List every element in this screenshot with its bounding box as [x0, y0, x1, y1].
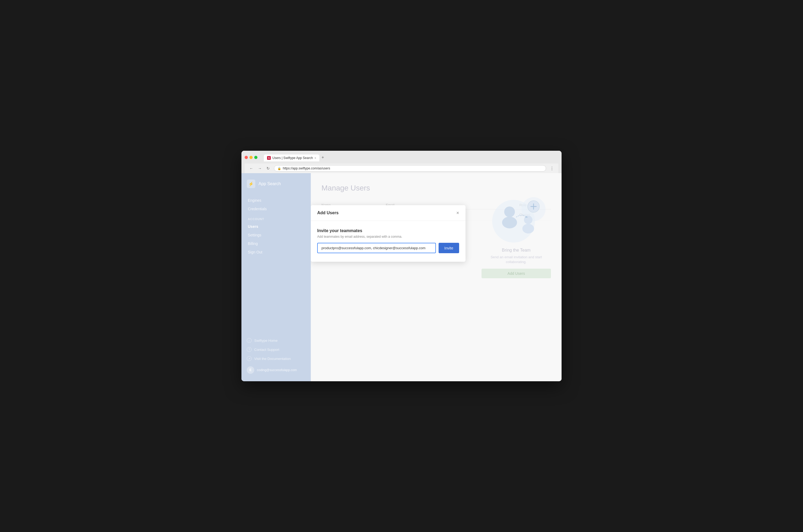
forward-button[interactable]: →	[256, 166, 263, 171]
sidebar-nav: Engines Credentials ACCOUNT Users Settin…	[242, 193, 311, 331]
modal-header: Add Users ×	[311, 205, 465, 221]
browser-titlebar: S Users | Swiftype App Search × +	[245, 153, 558, 162]
sidebar-documentation[interactable]: ↗ Visit the Documentation	[242, 354, 311, 363]
user-account: E coding@successfulapp.com	[242, 363, 311, 377]
account-section-label: ACCOUNT	[242, 213, 311, 222]
tab-title: Users | Swiftype App Search	[272, 156, 313, 160]
modal-title: Add Users	[317, 210, 339, 215]
address-bar[interactable]: 🔒 https://app.swiftype.com/as/users	[274, 165, 546, 172]
url-text: https://app.swiftype.com/as/users	[283, 167, 330, 170]
sidebar-item-signout[interactable]: Sign Out	[242, 248, 311, 256]
tab-favicon: S	[267, 156, 271, 160]
sidebar-swiftype-home[interactable]: ⌂ Swiftype Home	[242, 336, 311, 345]
sidebar-item-users[interactable]: Users	[242, 222, 311, 231]
main-content: Manage Users Name Email Role Edris Milkb…	[311, 173, 561, 381]
sidebar-item-engines[interactable]: Engines	[242, 196, 311, 205]
invite-button[interactable]: Invite	[439, 243, 459, 253]
modal-overlay: Add Users × Invite your teammates Add te…	[311, 173, 561, 381]
sidebar: ⚡ App Search Engines Credentials ACCOUNT…	[242, 173, 311, 381]
modal-section-desc: Add teammates by email address, separate…	[317, 235, 459, 239]
docs-icon: ↗	[247, 356, 252, 361]
browser-window: S Users | Swiftype App Search × + ← → ↻ …	[242, 151, 561, 381]
maximize-traffic-light[interactable]	[254, 156, 257, 159]
lock-icon: 🔒	[278, 167, 281, 170]
tab-close-button[interactable]: ×	[314, 156, 316, 159]
browser-menu-button[interactable]: ⋮	[549, 166, 555, 171]
sidebar-logo: ⚡	[247, 179, 255, 188]
reload-button[interactable]: ↻	[265, 166, 271, 171]
modal-section-title: Invite your teammates	[317, 228, 459, 233]
email-input[interactable]	[317, 243, 436, 253]
sidebar-header: ⚡ App Search	[242, 173, 311, 193]
home-icon: ⌂	[247, 338, 252, 343]
nav-buttons: ← → ↻	[248, 166, 271, 171]
sidebar-footer: ⌂ Swiftype Home ? Contact Support ↗ Visi…	[242, 331, 311, 381]
support-icon: ?	[247, 347, 252, 352]
back-button[interactable]: ←	[248, 166, 255, 171]
user-avatar: E	[247, 366, 254, 374]
address-bar-row: ← → ↻ 🔒 https://app.swiftype.com/as/user…	[245, 164, 558, 173]
add-users-modal: Add Users × Invite your teammates Add te…	[311, 205, 465, 262]
email-input-row: Invite	[317, 243, 459, 253]
sidebar-item-billing[interactable]: Billing	[242, 239, 311, 248]
new-tab-button[interactable]: +	[319, 153, 326, 162]
minimize-traffic-light[interactable]	[249, 156, 253, 159]
sidebar-item-credentials[interactable]: Credentials	[242, 205, 311, 213]
sidebar-item-settings[interactable]: Settings	[242, 231, 311, 239]
app-layout: ⚡ App Search Engines Credentials ACCOUNT…	[242, 173, 561, 381]
active-tab[interactable]: S Users | Swiftype App Search ×	[264, 154, 319, 162]
modal-body: Invite your teammates Add teammates by e…	[311, 221, 465, 262]
traffic-lights	[245, 156, 257, 159]
close-traffic-light[interactable]	[245, 156, 248, 159]
browser-chrome: S Users | Swiftype App Search × + ← → ↻ …	[242, 151, 561, 173]
logo-icon: ⚡	[248, 182, 254, 187]
tab-bar: S Users | Swiftype App Search × +	[264, 153, 558, 162]
user-email: coding@successfulapp.com	[257, 368, 297, 372]
sidebar-contact-support[interactable]: ? Contact Support	[242, 345, 311, 354]
sidebar-app-name: App Search	[259, 182, 281, 186]
modal-close-button[interactable]: ×	[456, 210, 459, 215]
